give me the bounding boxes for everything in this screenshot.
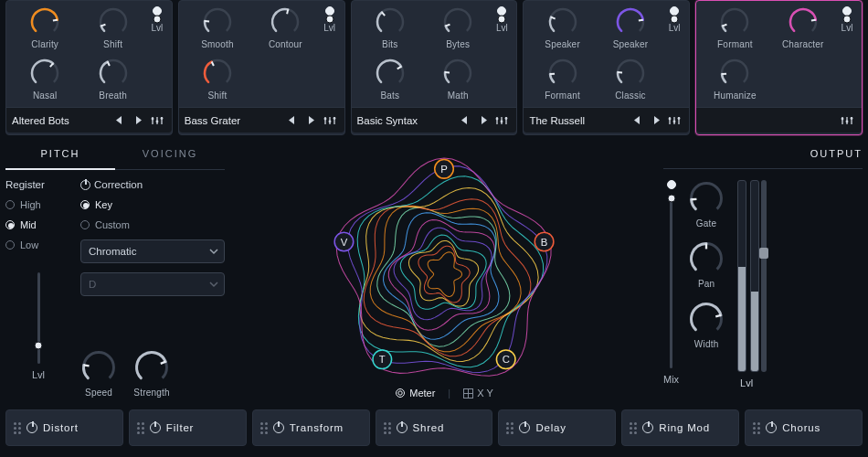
svg-point-24 (669, 117, 672, 120)
register-option-high[interactable]: High (5, 199, 71, 210)
level-led-icon (842, 6, 852, 16)
classic-knob[interactable] (615, 58, 646, 89)
fx-delay[interactable]: Delay (498, 409, 616, 446)
preset-name[interactable]: Basic Syntax (357, 115, 456, 126)
spectral-visualizer[interactable]: P B C T V (232, 141, 656, 404)
drag-handle-icon[interactable] (630, 422, 637, 434)
fx-shred[interactable]: Shred (376, 409, 493, 446)
preset-prev-button[interactable] (455, 112, 473, 130)
viz-mode-meter[interactable]: Meter (395, 388, 435, 399)
bits-knob[interactable] (375, 6, 406, 37)
meter-icon (395, 388, 406, 399)
fx-distort[interactable]: Distort (5, 409, 123, 446)
preset-prev-button[interactable] (283, 112, 302, 130)
fx-filter[interactable]: Filter (129, 409, 247, 446)
shift-knob[interactable] (98, 6, 129, 37)
correction-mode-custom[interactable]: Custom (80, 219, 225, 230)
fx-transform[interactable]: Transform (252, 409, 370, 446)
bytes-knob[interactable] (442, 6, 473, 37)
fx-label: Transform (290, 422, 344, 433)
module-settings-button[interactable] (321, 112, 339, 130)
humanize-knob[interactable] (719, 58, 750, 89)
formant-knob[interactable] (719, 6, 750, 37)
drag-handle-icon[interactable] (137, 422, 144, 434)
speed-knob[interactable] (80, 349, 117, 386)
preset-prev-button[interactable] (111, 112, 129, 130)
preset-name[interactable]: Bass Grater (185, 115, 283, 126)
preset-next-button[interactable] (647, 112, 665, 130)
correction-title: Correction (80, 179, 225, 190)
mix-slider[interactable]: Mix (663, 180, 679, 404)
drag-handle-icon[interactable] (14, 422, 21, 434)
preset-prev-button[interactable] (628, 112, 646, 130)
module-level-slider[interactable]: Lvl (492, 6, 511, 33)
smooth-knob[interactable] (202, 6, 233, 37)
drag-handle-icon[interactable] (753, 422, 760, 434)
contour-knob[interactable] (270, 6, 301, 37)
module-settings-button[interactable] (492, 112, 511, 130)
level-scroll-handle[interactable] (761, 180, 767, 372)
breath-knob[interactable] (98, 58, 129, 89)
shift-knob[interactable] (202, 58, 233, 89)
correction-mode-key[interactable]: Key (80, 199, 225, 210)
module-settings-button[interactable] (665, 112, 683, 130)
nasal-knob[interactable] (29, 58, 60, 89)
module-level-slider[interactable]: Lvl (665, 6, 683, 33)
preset-name[interactable]: The Russell (529, 115, 628, 126)
svg-point-35 (397, 389, 405, 398)
power-icon[interactable] (519, 422, 530, 433)
drag-handle-icon[interactable] (260, 422, 268, 434)
register-option-low[interactable]: Low (5, 239, 71, 250)
speaker-knob[interactable] (615, 6, 646, 37)
width-knob[interactable] (688, 301, 725, 337)
tab-pitch[interactable]: PITCH (5, 141, 115, 170)
power-icon[interactable] (80, 180, 90, 190)
drag-handle-icon[interactable] (384, 422, 391, 434)
power-icon[interactable] (26, 422, 37, 433)
root-select[interactable]: D (80, 272, 225, 296)
bats-knob[interactable] (375, 58, 406, 89)
formant-knob[interactable] (547, 58, 578, 89)
tab-voicing[interactable]: VOICING (115, 141, 225, 169)
svg-point-6 (160, 117, 163, 120)
fx-label: Distort (43, 422, 79, 433)
fx-ring-mod[interactable]: Ring Mod (621, 409, 739, 446)
preset-name[interactable]: Altered Bots (12, 115, 111, 126)
module-level-slider[interactable]: Lvl (838, 6, 856, 33)
fx-label: Chorus (782, 422, 820, 433)
power-icon[interactable] (150, 422, 161, 433)
drag-handle-icon[interactable] (506, 422, 513, 434)
math-knob[interactable] (442, 58, 473, 89)
power-icon[interactable] (273, 422, 284, 433)
preset-next-button[interactable] (474, 112, 492, 130)
correction-mode-group: KeyCustom (80, 199, 225, 230)
preset-next-button[interactable] (302, 112, 321, 130)
pan-label: Pan (698, 279, 715, 289)
svg-line-33 (84, 365, 90, 366)
power-icon[interactable] (766, 422, 777, 433)
power-icon[interactable] (397, 422, 408, 433)
level-label: Lvl (323, 23, 335, 33)
module-level-slider[interactable]: Lvl (321, 6, 339, 33)
knob-label: Formant (545, 90, 580, 101)
scale-select[interactable]: Chromatic (80, 239, 225, 263)
module-level-slider[interactable]: Lvl (148, 6, 166, 33)
register-level-slider[interactable]: Lvl (5, 272, 71, 380)
strength-knob[interactable] (133, 349, 170, 386)
power-icon[interactable] (642, 422, 653, 433)
module-settings-button[interactable] (838, 112, 856, 130)
register-option-mid[interactable]: Mid (5, 219, 71, 230)
module-footer: Basic Syntax (352, 107, 517, 133)
character-knob[interactable] (788, 6, 819, 37)
fx-chorus[interactable]: Chorus (745, 409, 863, 446)
viz-mode-xy[interactable]: X Y (463, 388, 493, 399)
gate-knob[interactable] (688, 180, 725, 217)
fx-label: Shred (413, 422, 445, 433)
module-settings-button[interactable] (148, 112, 166, 130)
knob-label: Smooth (201, 39, 234, 49)
clarity-knob[interactable] (29, 6, 60, 37)
sliders-icon (495, 115, 508, 126)
pan-knob[interactable] (688, 240, 725, 277)
speaker-knob[interactable] (547, 6, 578, 37)
preset-next-button[interactable] (130, 112, 148, 130)
